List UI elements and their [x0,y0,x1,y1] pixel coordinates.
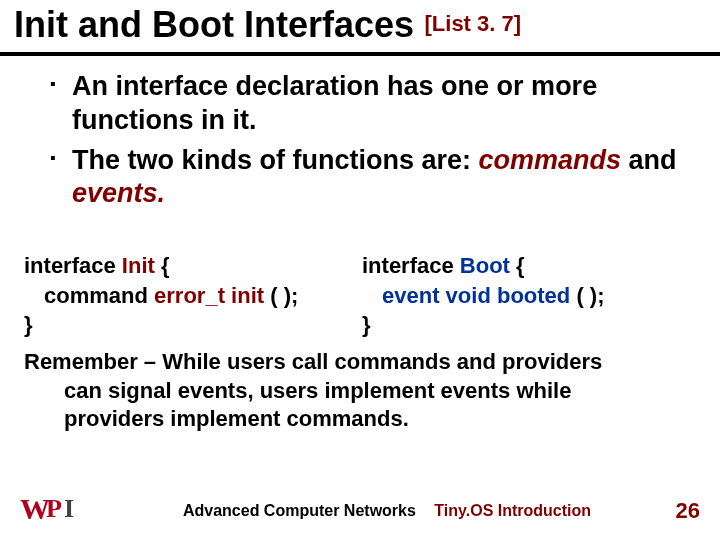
slide: Init and Boot Interfaces [List 3. 7] An … [0,0,720,540]
brace-open: { [161,253,170,278]
footer-center: Advanced Computer Networks Tiny.OS Intro… [114,502,660,520]
bullet-list: An interface declaration has one or more… [0,56,720,227]
code-columns: interface Init { command error_t init ( … [0,227,720,344]
brace-open: { [516,253,525,278]
bullet-2-commands: commands [479,145,622,175]
bullet-2: The two kinds of functions are: commands… [50,144,690,212]
logo-letter-i: I [64,494,74,524]
bullet-1: An interface declaration has one or more… [50,70,690,138]
parens-left: ( ); [270,283,298,308]
fn-init: init [231,283,270,308]
footer-topic: Tiny.OS Introduction [434,502,591,519]
kw-interface: interface [362,253,460,278]
bullet-2-and: and [621,145,677,175]
type-void: void [446,283,497,308]
bullet-2-events: events. [72,178,165,208]
slide-title: Init and Boot Interfaces [14,4,414,45]
fn-booted: booted [497,283,576,308]
code-left-line1: interface Init { [24,251,362,281]
slide-subtitle-tag: [List 3. 7] [425,11,522,36]
iface-init: Init [122,253,161,278]
code-right-line2: event void booted ( ); [362,281,700,311]
remember-line1: Remember – While users call commands and… [24,349,602,374]
kw-event: event [382,283,446,308]
parens-right: ( ); [576,283,604,308]
kw-command: command [44,283,154,308]
code-left-line2: command error_t init ( ); [24,281,362,311]
logo-letter-p: P [46,494,62,524]
code-right-line1: interface Boot { [362,251,700,281]
code-right: interface Boot { event void booted ( ); … [362,251,700,340]
wpi-logo: W P I [20,496,84,526]
iface-boot: Boot [460,253,516,278]
footer: W P I Advanced Computer Networks Tiny.OS… [0,496,720,526]
title-bar: Init and Boot Interfaces [List 3. 7] [0,0,720,56]
page-number: 26 [660,498,700,524]
remember-line3: providers implement commands. [24,405,696,434]
kw-interface: interface [24,253,122,278]
code-left: interface Init { command error_t init ( … [24,251,362,340]
remember-block: Remember – While users call commands and… [0,344,720,434]
code-right-line3: } [362,310,700,340]
code-left-line3: } [24,310,362,340]
remember-line2: can signal events, users implement event… [24,377,696,406]
bullet-2-lead: The two kinds of functions are: [72,145,479,175]
type-error_t: error_t [154,283,231,308]
footer-course: Advanced Computer Networks [183,502,416,519]
